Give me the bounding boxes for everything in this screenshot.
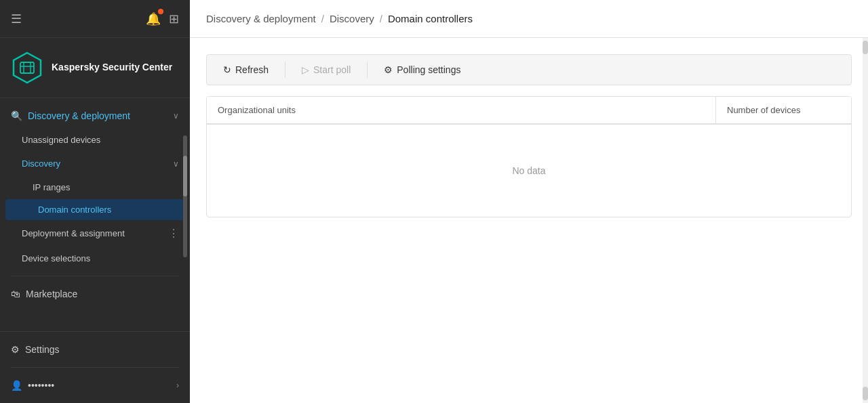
sidebar-item-deployment-assignment-label: Deployment & assignment — [22, 228, 125, 238]
chevron-down-icon: ∨ — [173, 111, 179, 121]
header-icons: 🔔 ⊞ — [146, 12, 179, 26]
nav-divider — [11, 276, 179, 276]
sidebar-item-settings[interactable]: ⚙ Settings — [0, 337, 190, 362]
sidebar-scroll-thumb — [183, 156, 187, 196]
scroll-thumb-top — [863, 41, 868, 54]
nav-divider-bottom — [11, 367, 179, 368]
logo-icon — [11, 51, 43, 84]
svg-rect-1 — [20, 62, 34, 73]
domain-controllers-table: Organizational units Number of devices N… — [206, 96, 852, 217]
start-poll-label: Start poll — [313, 64, 351, 75]
sidebar-item-device-selections[interactable]: Device selections — [0, 247, 190, 270]
topbar: Discovery & deployment / Discovery / Dom… — [190, 0, 868, 38]
sidebar-item-device-selections-label: Device selections — [22, 253, 90, 263]
refresh-icon: ↻ — [223, 64, 231, 75]
breadcrumb-discovery-deployment[interactable]: Discovery & deployment — [206, 13, 316, 24]
svg-marker-0 — [14, 53, 41, 83]
search-icon: 🔍 — [11, 110, 22, 121]
sidebar-item-deployment-assignment[interactable]: Deployment & assignment ⋮ — [0, 220, 190, 247]
nav-section: 🔍 Discovery & deployment ∨ Unassigned de… — [0, 98, 190, 331]
marketplace-icon: 🛍 — [11, 289, 20, 299]
logo-area: Kaspersky Security Center — [0, 38, 190, 98]
sidebar-header: ☰ 🔔 ⊞ — [0, 0, 190, 38]
sidebar: ☰ 🔔 ⊞ Kaspersky Security Center 🔍 Discov… — [0, 0, 190, 403]
sidebar-item-ip-ranges-label: IP ranges — [33, 182, 70, 192]
breadcrumb: Discovery & deployment / Discovery / Dom… — [206, 13, 473, 24]
polling-settings-label: Polling settings — [397, 64, 460, 75]
notification-badge — [158, 9, 163, 14]
refresh-button[interactable]: ↻ Refresh — [215, 60, 277, 79]
page-content: ↻ Refresh ▷ Start poll ⚙ Polling setting… — [190, 38, 868, 403]
polling-settings-button[interactable]: ⚙ Polling settings — [376, 60, 469, 79]
sidebar-item-discovery[interactable]: Discovery ∨ — [0, 152, 190, 175]
refresh-label: Refresh — [235, 64, 269, 75]
breadcrumb-discovery[interactable]: Discovery — [330, 13, 374, 24]
col-header-num-devices: Number of devices — [715, 97, 851, 123]
table-empty-message: No data — [207, 125, 851, 217]
sidebar-item-domain-controllers-label: Domain controllers — [38, 205, 111, 215]
sidebar-bottom: ⚙ Settings 👤 •••••••• › — [0, 331, 190, 403]
sidebar-user-label: •••••••• — [28, 380, 54, 391]
logo-text: Kaspersky Security Center — [52, 61, 172, 75]
book-icon[interactable]: ⊞ — [169, 12, 179, 26]
user-icon: 👤 — [11, 380, 22, 391]
breadcrumb-sep-1: / — [321, 13, 324, 24]
sidebar-scrollbar[interactable] — [183, 135, 187, 257]
main-content: Discovery & deployment / Discovery / Dom… — [190, 0, 868, 403]
breadcrumb-sep-2: / — [380, 13, 382, 24]
content-scrollbar[interactable] — [863, 38, 868, 403]
start-poll-button[interactable]: ▷ Start poll — [294, 60, 359, 79]
table-header: Organizational units Number of devices — [207, 97, 851, 125]
toolbar: ↻ Refresh ▷ Start poll ⚙ Polling setting… — [206, 54, 852, 85]
settings-icon: ⚙ — [11, 344, 20, 355]
sidebar-item-discovery-deployment-label: Discovery & deployment — [28, 110, 130, 121]
sidebar-item-marketplace[interactable]: 🛍 Marketplace — [0, 282, 190, 306]
toolbar-divider-1 — [285, 62, 285, 78]
hamburger-icon[interactable]: ☰ — [11, 12, 22, 26]
sidebar-item-marketplace-label: Marketplace — [26, 289, 77, 299]
sidebar-item-user[interactable]: 👤 •••••••• › — [0, 373, 190, 398]
start-poll-icon: ▷ — [302, 64, 309, 75]
sidebar-item-settings-label: Settings — [25, 344, 60, 355]
toolbar-divider-2 — [367, 62, 368, 78]
sidebar-item-discovery-deployment[interactable]: 🔍 Discovery & deployment ∨ — [0, 104, 190, 128]
col-header-org-units: Organizational units — [207, 97, 715, 123]
chevron-right-icon: › — [176, 381, 179, 390]
sidebar-item-ip-ranges[interactable]: IP ranges — [0, 175, 190, 199]
breadcrumb-current: Domain controllers — [388, 13, 473, 24]
bell-icon[interactable]: 🔔 — [146, 12, 161, 26]
more-icon: ⋮ — [168, 227, 179, 240]
sidebar-item-unassigned-devices-label: Unassigned devices — [22, 135, 100, 145]
chevron-down-icon: ∨ — [173, 159, 179, 169]
sidebar-item-domain-controllers[interactable]: Domain controllers — [5, 199, 184, 220]
sidebar-item-unassigned-devices[interactable]: Unassigned devices — [0, 128, 190, 152]
scroll-thumb-bottom — [863, 387, 868, 400]
polling-settings-icon: ⚙ — [384, 64, 393, 75]
sidebar-item-discovery-label: Discovery — [22, 158, 60, 169]
